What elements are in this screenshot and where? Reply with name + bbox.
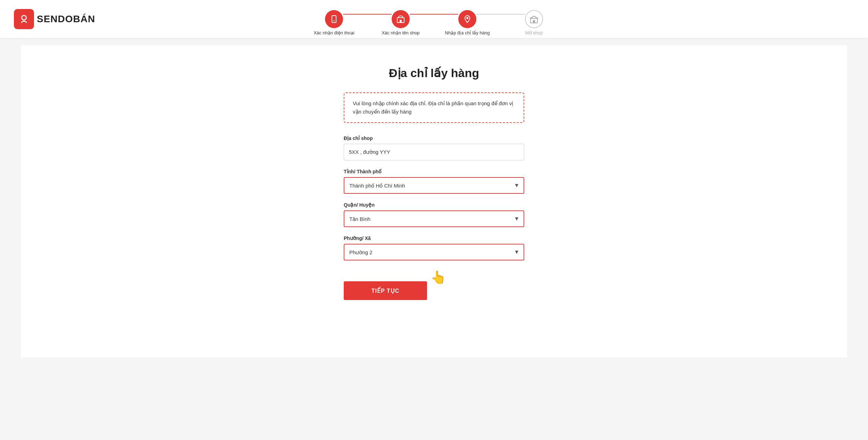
- province-select-wrapper: Thành phố Hồ Chí Minh Hà Nội Đà Nẵng ▼: [344, 177, 524, 194]
- header: SENDOBÁN Xác nhận điện thoại: [0, 0, 868, 38]
- address-label: Địa chỉ shop: [344, 135, 524, 141]
- steps-progress: Xác nhận điện thoại Xác nhận tên shop: [325, 10, 543, 28]
- ward-label: Phường/ Xã: [344, 235, 524, 241]
- district-select-wrapper: Tân Bình Quận 1 Quận 3 ▼: [344, 210, 524, 227]
- logo: SENDOBÁN: [14, 9, 95, 29]
- address-group: Địa chỉ shop: [344, 135, 524, 160]
- svg-point-3: [334, 20, 335, 22]
- district-label: Quận/ Huyện: [344, 202, 524, 208]
- step-2-label: Xác nhận tên shop: [382, 30, 419, 35]
- logo-icon: [14, 9, 34, 29]
- ward-select-wrapper: Phường 2 Phường 1 Phường 3 ▼: [344, 244, 524, 260]
- province-label: Tỉnh/ Thành phố: [344, 169, 524, 174]
- district-select[interactable]: Tân Bình Quận 1 Quận 3: [344, 210, 524, 227]
- district-group: Quận/ Huyện Tân Bình Quận 1 Quận 3 ▼: [344, 202, 524, 227]
- step-3-circle: [458, 10, 476, 28]
- svg-rect-2: [332, 16, 336, 23]
- province-group: Tỉnh/ Thành phố Thành phố Hồ Chí Minh Hà…: [344, 169, 524, 194]
- step-line-2: [410, 14, 458, 15]
- logo-text: SENDOBÁN: [37, 14, 95, 25]
- cursor-icon: 👆: [431, 270, 446, 285]
- step-4: Mở shop: [525, 10, 543, 28]
- info-message: Vui lòng nhập chính xác địa chỉ. Địa chỉ…: [344, 92, 524, 123]
- ward-group: Phường/ Xã Phường 2 Phường 1 Phường 3 ▼: [344, 235, 524, 260]
- ward-select[interactable]: Phường 2 Phường 1 Phường 3: [344, 244, 524, 260]
- step-3: Nhập địa chỉ lấy hàng: [458, 10, 476, 28]
- step-4-label: Mở shop: [525, 30, 543, 35]
- address-form: Địa chỉ shop Tỉnh/ Thành phố Thành phố H…: [344, 135, 524, 300]
- step-line-3: [476, 14, 525, 15]
- address-input[interactable]: [344, 144, 524, 160]
- step-1-circle: [325, 10, 343, 28]
- step-line-1: [343, 14, 392, 15]
- step-3-label: Nhập địa chỉ lấy hàng: [445, 30, 490, 35]
- svg-rect-8: [533, 20, 535, 23]
- main-content: Địa chỉ lấy hàng Vui lòng nhập chính xác…: [21, 45, 847, 358]
- province-select[interactable]: Thành phố Hồ Chí Minh Hà Nội Đà Nẵng: [344, 177, 524, 194]
- page-title: Địa chỉ lấy hàng: [35, 66, 833, 80]
- continue-button[interactable]: TIẾP TỤC: [344, 281, 427, 300]
- svg-point-1: [22, 16, 26, 19]
- step-2-circle: [392, 10, 410, 28]
- svg-rect-5: [400, 20, 402, 23]
- step-2: Xác nhận tên shop: [392, 10, 410, 28]
- step-1: Xác nhận điện thoại: [325, 10, 343, 28]
- submit-area: TIẾP TỤC 👆: [344, 269, 524, 300]
- step-4-circle: [525, 10, 543, 28]
- svg-point-6: [466, 17, 468, 19]
- step-1-label: Xác nhận điện thoại: [314, 30, 354, 35]
